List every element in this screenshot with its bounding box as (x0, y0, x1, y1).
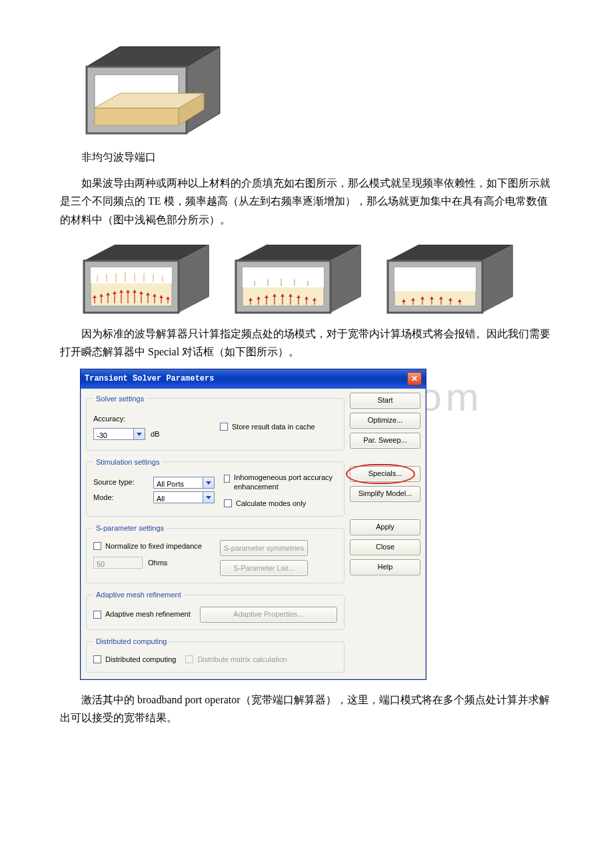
impedance-value: 50 (93, 557, 143, 569)
apply-button[interactable]: Apply (350, 519, 420, 535)
sparameter-symmetries-button: S-parameter symmetries (220, 540, 308, 556)
optimize-button[interactable]: Optimize... (350, 413, 420, 429)
store-cache-checkbox[interactable]: Store result data in cache (220, 421, 315, 433)
accuracy-combo[interactable]: -30 (93, 428, 145, 440)
waveguide-mode-1 (80, 242, 213, 315)
solver-settings-legend: Solver settings (93, 393, 147, 405)
distributed-computing-legend: Distributed computing (93, 635, 169, 648)
chevron-down-icon[interactable] (203, 477, 215, 489)
waveguide-mode-3 (384, 242, 517, 315)
distributed-computing-checkbox[interactable]: Distributed computing (93, 653, 176, 666)
transient-solver-dialog: Transient Solver Parameters ✕ Solver set… (80, 369, 426, 680)
source-type-value[interactable]: All Ports (153, 477, 203, 489)
waveguide-figure-row (80, 242, 553, 315)
mode-value[interactable]: All (153, 491, 203, 503)
adaptive-properties-button: Adaptive Properties... (200, 607, 337, 623)
adaptive-mesh-legend: Adaptive mesh refinement (93, 589, 184, 601)
paragraph-2: 因为标准的波导解算器只计算指定频点处的场模式，对于宽带内计算场模式将会报错。因此… (60, 325, 553, 361)
store-cache-label: Store result data in cache (232, 421, 315, 433)
svg-marker-91 (137, 433, 142, 436)
distributed-computing-label: Distributed computing (105, 653, 176, 666)
svg-marker-93 (206, 496, 211, 499)
normalize-impedance-label: Normalize to fixed impedance (105, 540, 202, 553)
distribute-matrix-checkbox: Distribute matrix calculation (185, 653, 287, 666)
calculate-modes-label: Calculate modes only (236, 497, 306, 510)
calculate-modes-checkbox[interactable]: Calculate modes only (224, 497, 337, 510)
stimulation-settings-group: Stimulation settings Source type: All Po… (86, 456, 344, 517)
mode-combo[interactable]: All (153, 491, 215, 503)
distribute-matrix-label: Distribute matrix calculation (197, 653, 287, 666)
close-button[interactable]: Close (350, 539, 420, 555)
close-icon[interactable]: ✕ (407, 372, 422, 385)
mode-label: Mode: (93, 491, 148, 504)
chevron-down-icon[interactable] (203, 491, 215, 503)
accuracy-value[interactable]: -30 (93, 428, 133, 440)
sparameter-list-button: S-Parameter List... (220, 560, 308, 576)
accuracy-unit: dB (151, 428, 159, 441)
svg-marker-92 (206, 481, 211, 485)
start-button[interactable]: Start (350, 393, 420, 409)
chevron-down-icon[interactable] (133, 428, 145, 440)
adaptive-mesh-label: Adaptive mesh refinement (105, 608, 191, 621)
dialog-titlebar[interactable]: Transient Solver Parameters ✕ (81, 369, 426, 388)
svg-rect-11 (91, 267, 172, 283)
solver-settings-group: Solver settings Accuracy: -30 dB (86, 393, 344, 451)
source-type-combo[interactable]: All Ports (153, 477, 215, 489)
normalize-impedance-checkbox[interactable]: Normalize to fixed impedance (93, 540, 211, 553)
adaptive-mesh-group: Adaptive mesh refinement Adaptive mesh r… (86, 589, 344, 630)
paragraph-1: 如果波导由两种或两种以上材料的介质填充如右图所示，那么模式就呈现频率依赖性，如下… (60, 174, 553, 229)
specials-button[interactable]: Specials... (350, 466, 420, 482)
source-type-label: Source type: (93, 476, 148, 489)
help-button[interactable]: Help (350, 559, 420, 575)
svg-marker-4 (95, 108, 179, 125)
adaptive-mesh-checkbox[interactable]: Adaptive mesh refinement (93, 608, 191, 621)
par-sweep-button[interactable]: Par. Sweep... (350, 433, 420, 449)
svg-rect-76 (394, 267, 476, 291)
simplify-model-button[interactable]: Simplify Model... (350, 486, 420, 502)
paragraph-3: 激活其中的 broadband port operator（宽带端口解算器），这… (60, 691, 553, 727)
waveguide-figure-single (80, 40, 553, 140)
dialog-title: Transient Solver Parameters (85, 372, 214, 385)
sparameter-legend: S-parameter settings (93, 522, 167, 535)
sparameter-settings-group: S-parameter settings Normalize to fixed … (86, 522, 344, 583)
accuracy-label: Accuracy: (93, 413, 148, 425)
figure-caption: 非均匀波导端口 (81, 148, 553, 166)
inhomogeneous-port-label: Inhomogeneous port accuracy enhancement (234, 473, 337, 492)
impedance-unit: Ohms (148, 557, 167, 569)
waveguide-mode-2 (232, 242, 365, 315)
stimulation-legend: Stimulation settings (93, 456, 162, 469)
inhomogeneous-port-checkbox[interactable]: Inhomogeneous port accuracy enhancement (224, 473, 337, 492)
distributed-computing-group: Distributed computing Distributed comput… (86, 635, 344, 673)
